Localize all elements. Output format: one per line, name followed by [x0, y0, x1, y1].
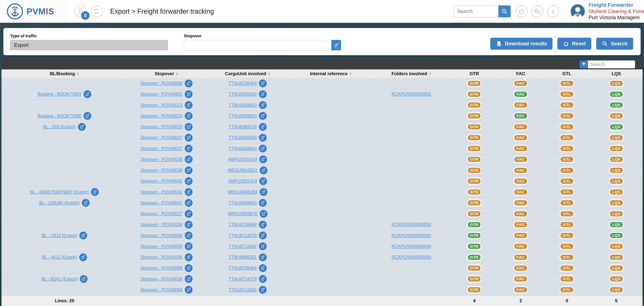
table-filter-button[interactable] [580, 60, 588, 68]
stopover-link[interactable]: Stopover - POV00058 [140, 287, 182, 292]
stopover-link[interactable]: Stopover - POV00056 [140, 244, 182, 249]
open-record-button[interactable] [185, 177, 192, 185]
open-record-button[interactable] [259, 275, 267, 283]
stopover-link[interactable]: Stopover - POV00041 [140, 179, 182, 184]
cargo-unit-link[interactable]: MEDU9910621 [228, 168, 257, 173]
open-record-button[interactable] [259, 134, 267, 142]
info-button[interactable]: i [547, 5, 559, 17]
open-record-button[interactable] [185, 79, 192, 87]
stopover-link[interactable]: Stopover - POV00056 [140, 233, 182, 238]
open-record-button[interactable] [259, 145, 267, 152]
app-logo[interactable]: PVMIS [0, 0, 66, 22]
stopover-link[interactable]: Stopover - POV00010 [140, 113, 182, 118]
stopover-link[interactable]: Stopover - POV00056 [140, 255, 182, 260]
cargo-unit-link[interactable]: TTNU8726404 [228, 266, 257, 271]
cargo-unit-link[interactable]: TTNU8358663 [228, 113, 257, 118]
open-record-button[interactable] [259, 155, 267, 163]
open-record-button[interactable] [185, 264, 192, 272]
cargo-unit-link[interactable]: AMFU3201419 [228, 179, 257, 184]
open-record-button[interactable] [259, 79, 267, 87]
open-record-button[interactable] [259, 177, 267, 185]
open-record-button[interactable] [185, 286, 192, 294]
search-button[interactable]: Search [596, 38, 633, 50]
logout-button[interactable] [516, 5, 528, 17]
stopover-input[interactable] [184, 40, 331, 50]
open-record-button[interactable] [185, 275, 192, 283]
stopover-link[interactable]: Stopover - POV00027 [140, 135, 182, 140]
cargo-unit-link[interactable]: TTNU8498201 [228, 255, 257, 260]
column-header-cargounit-involved[interactable]: CargoUnit involved↑ [206, 69, 290, 78]
cargo-unit-link[interactable]: AMFU3201419 [228, 157, 257, 162]
open-record-button[interactable] [259, 101, 267, 109]
cargo-unit-link[interactable]: TTNU8358663 [228, 146, 257, 151]
open-record-button[interactable] [185, 188, 192, 196]
folder-link[interactable]: RCAPOV000000050 [392, 233, 431, 238]
open-record-button[interactable] [80, 275, 88, 283]
stopover-link[interactable]: Stopover - POV00027 [140, 146, 182, 151]
stopover-link[interactable]: Stopover - POV00058 [140, 266, 182, 271]
open-record-button[interactable] [82, 199, 90, 207]
open-record-button[interactable] [260, 210, 268, 218]
stopover-link[interactable]: Stopover - POV00008 [140, 81, 182, 86]
open-record-button[interactable] [185, 199, 192, 207]
open-record-button[interactable] [259, 232, 267, 239]
cargo-unit-link[interactable]: TTNU8711662 [228, 244, 256, 249]
column-header-gtl[interactable]: GTL [544, 69, 590, 78]
open-record-button[interactable] [79, 253, 87, 261]
stopover-link[interactable]: Stopover - POV00038 [140, 168, 182, 173]
open-record-button[interactable] [259, 242, 267, 250]
stopover-link[interactable]: Stopover - POV00013 [140, 103, 182, 108]
cargo-unit-link[interactable]: TTNU8714379 [228, 233, 257, 238]
stopover-link[interactable]: Stopover - POV00058 [140, 277, 182, 282]
open-record-button[interactable] [84, 90, 91, 98]
cargo-unit-link[interactable]: TTNU8726404 [228, 222, 257, 227]
open-record-button[interactable] [259, 286, 267, 294]
open-record-button[interactable] [91, 188, 99, 196]
documents-button[interactable]: 0 [74, 5, 87, 17]
open-record-button[interactable] [80, 232, 87, 239]
bl-booking-link[interactable]: BL - 4412 (Export) [42, 255, 77, 260]
column-header-gtr[interactable]: GTR [451, 69, 498, 78]
settings-button[interactable]: ⚙⚙ [531, 5, 544, 17]
open-record-button[interactable] [185, 90, 192, 98]
cargo-unit-link[interactable]: TTNU8358663 [228, 200, 257, 205]
global-search-input[interactable] [454, 5, 498, 17]
folder-link[interactable]: RCAPOV000000050 [392, 222, 431, 227]
open-record-button[interactable] [185, 155, 192, 163]
stopover-link[interactable]: Stopover - POV00041 [140, 190, 182, 195]
open-record-button[interactable] [259, 123, 267, 131]
cargo-unit-link[interactable]: MRKU3559676 [228, 211, 257, 216]
open-record-button[interactable] [259, 199, 267, 207]
stopover-picker-button[interactable] [331, 40, 341, 50]
open-record-button[interactable] [185, 101, 192, 109]
open-record-button[interactable] [185, 253, 192, 261]
open-record-button[interactable] [185, 210, 192, 218]
column-header-folders-involved[interactable]: Folders involved↑ [372, 69, 451, 78]
open-record-button[interactable] [260, 188, 268, 196]
stopover-link[interactable]: Stopover - POV00015 [140, 124, 182, 129]
open-record-button[interactable] [259, 264, 267, 272]
cargo-unit-link[interactable]: TTNU8369159 [228, 124, 257, 129]
column-header-stopover[interactable]: Stopover↑ [128, 69, 206, 78]
open-record-button[interactable] [84, 112, 91, 120]
bl-booking-link[interactable]: BL - 128U80 (Export) [39, 200, 80, 205]
folder-link[interactable]: RCAPOV000000050 [392, 255, 431, 260]
open-record-button[interactable] [185, 232, 192, 239]
open-record-button[interactable] [185, 242, 192, 250]
table-search-input[interactable] [588, 60, 635, 68]
folder-link[interactable]: RCAPOV000000002 [392, 92, 431, 97]
column-header-fac[interactable]: FAC [498, 69, 544, 78]
cargo-unit-link[interactable]: TTNU8356830 [228, 92, 257, 97]
refresh-button[interactable] [90, 5, 103, 17]
stopover-link[interactable]: Stopover - POV00056 [140, 222, 182, 227]
open-record-button[interactable] [185, 221, 192, 229]
bl-booking-link[interactable]: BL - 8DA1 (Export) [41, 277, 77, 282]
open-record-button[interactable] [259, 112, 267, 120]
cargo-unit-link[interactable]: TTNU8711662 [228, 287, 256, 292]
stopover-link[interactable]: Stopover - POV00041 [140, 200, 182, 205]
column-header-internal-reference[interactable]: Internal reference↑ [290, 69, 372, 78]
open-record-button[interactable] [185, 166, 192, 174]
open-record-button[interactable] [185, 123, 192, 131]
folder-link[interactable]: RCAPOV000000050 [392, 244, 431, 249]
column-header-lqs[interactable]: LQS [590, 69, 642, 78]
